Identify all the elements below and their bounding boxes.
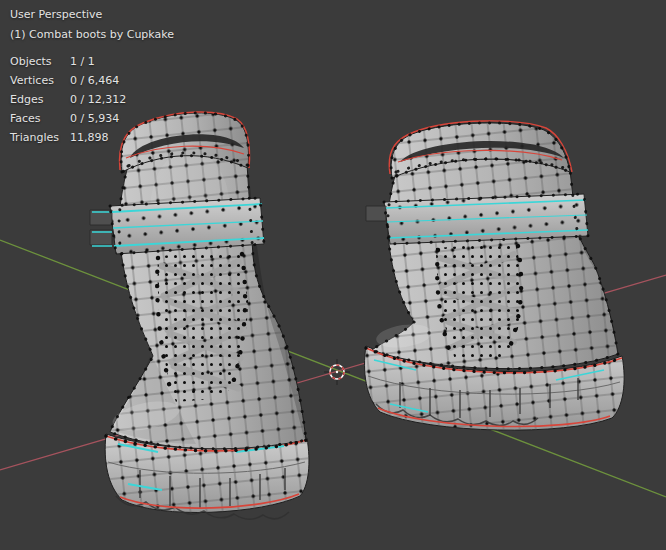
stat-label: Triangles — [10, 131, 70, 144]
stat-row-vertices: Vertices 0 / 6,464 — [10, 74, 174, 87]
stat-row-edges: Edges 0 / 12,312 — [10, 93, 174, 106]
stat-label: Edges — [10, 93, 70, 106]
buckle — [90, 210, 112, 245]
boot-left-mesh[interactable] — [90, 112, 309, 519]
blender-3d-viewport[interactable]: User Perspective (1) Combat boots by Cup… — [0, 0, 666, 550]
boot-right-mesh[interactable] — [365, 121, 625, 430]
stat-value: 11,898 — [70, 131, 109, 144]
stat-label: Objects — [10, 55, 70, 68]
stat-value: 0 / 12,312 — [70, 93, 126, 106]
scene-collection-label: (1) Combat boots by Cupkake — [10, 28, 174, 41]
stat-row-objects: Objects 1 / 1 — [10, 55, 174, 68]
viewport-hud: User Perspective (1) Combat boots by Cup… — [10, 8, 174, 150]
statistics-overlay: Objects 1 / 1 Vertices 0 / 6,464 Edges 0… — [10, 55, 174, 144]
cursor-3d — [324, 359, 350, 385]
stat-value: 0 / 6,464 — [70, 74, 119, 87]
stat-label: Vertices — [10, 74, 70, 87]
stat-value: 0 / 5,934 — [70, 112, 119, 125]
stat-row-triangles: Triangles 11,898 — [10, 131, 174, 144]
perspective-label: User Perspective — [10, 8, 174, 21]
buckle — [366, 206, 386, 221]
stat-value: 1 / 1 — [70, 55, 95, 68]
stat-label: Faces — [10, 112, 70, 125]
stat-row-faces: Faces 0 / 5,934 — [10, 112, 174, 125]
